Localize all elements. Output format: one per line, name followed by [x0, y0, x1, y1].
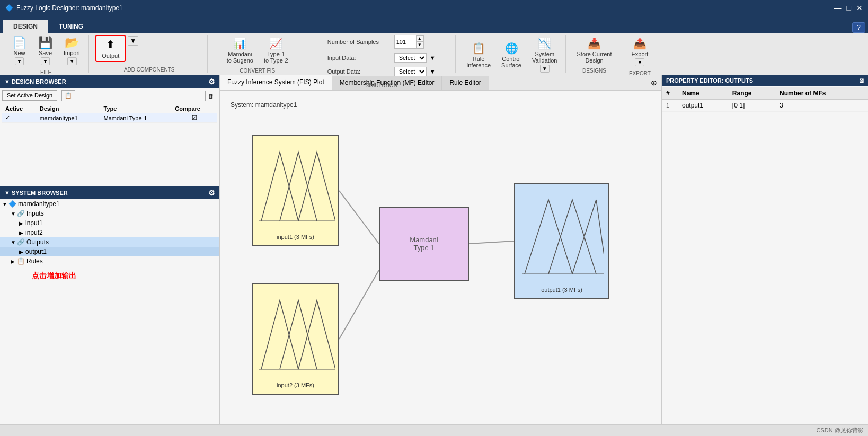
close-button[interactable]: ✕ — [856, 4, 863, 12]
type1-to-type2-button[interactable]: 📈 Type-1 to Type-2 — [260, 35, 293, 66]
tree-item-input2[interactable]: ▶ input2 — [0, 228, 219, 237]
rules-expand-arrow: ▶ — [11, 259, 17, 264]
system-name: System: mamdanitype1 — [231, 101, 651, 109]
titlebar-title: 🔷 Fuzzy Logic Designer: mamdanitype1 — [5, 4, 123, 12]
output-data-select[interactable]: Select — [394, 67, 427, 76]
prop-row-name: output1 — [678, 100, 728, 112]
new-dropdown[interactable]: ▼ — [15, 57, 24, 65]
maximize-button[interactable]: □ — [847, 4, 851, 12]
prop-row-mfs: 3 — [775, 100, 868, 112]
save-dropdown[interactable]: ▼ — [41, 57, 50, 65]
row-compare[interactable]: ☑ — [172, 113, 217, 123]
analysis-buttons: 📋 Rule Inference 🌐 Control Surface 📉 Sys… — [462, 35, 561, 75]
designs-label: DESIGNS — [582, 66, 606, 74]
tree-item-mamdanitype1[interactable]: ▼ 🔷 mamdanitype1 — [0, 199, 219, 209]
save-button[interactable]: 💾 Save ▼ — [33, 35, 57, 67]
col-type: Type — [101, 104, 172, 113]
export-icon: 📤 — [633, 37, 646, 50]
system-icon: 🔷 — [8, 200, 16, 208]
control-surface-button[interactable]: 🌐 Control Surface — [497, 40, 526, 70]
tab-bar: DESIGN TUNING ? — [0, 16, 868, 33]
outputs-icon: 🔗 — [17, 238, 25, 246]
new-button[interactable]: 📄 New ▼ — [7, 35, 31, 67]
inputs-icon: 🔗 — [17, 210, 25, 217]
outputs-expand-arrow: ▼ — [11, 239, 17, 245]
annotation-text: 点击增加输出 — [32, 271, 76, 280]
num-samples-input[interactable] — [395, 38, 416, 46]
rule-inference-button[interactable]: 📋 Rule Inference — [462, 40, 495, 70]
svg-line-2 — [469, 241, 514, 244]
fis-input1-box[interactable]: input1 (3 MFs) — [252, 135, 339, 246]
control-surface-icon: 🌐 — [505, 42, 518, 55]
export-dropdown[interactable]: ▼ — [635, 58, 644, 66]
mamdani-to-sugeno-button[interactable]: 📊 Mamdani to Sugeno — [223, 35, 258, 66]
import-dropdown[interactable]: ▼ — [67, 57, 77, 65]
output-button[interactable]: ⬆ Output — [95, 35, 126, 62]
svg-line-1 — [339, 270, 379, 339]
output-data-row: Output Data: Select ▼ — [327, 67, 436, 76]
num-samples-down[interactable]: ▼ — [416, 42, 423, 48]
fis-canvas: System: mamdanitype1 — [220, 91, 661, 424]
statusbar-credit: CSDN @见你背影 — [817, 426, 864, 434]
convert-fis-group: 📊 Mamdani to Sugeno 📈 Type-1 to Type-2 C… — [210, 35, 305, 73]
tree-label-rules: Rules — [26, 257, 43, 265]
designs-group: 📥 Store Current Design DESIGNS — [568, 35, 621, 73]
set-active-design-button[interactable]: Set Active Design — [2, 90, 57, 101]
tree-item-inputs[interactable]: ▼ 🔗 Inputs — [0, 209, 219, 218]
app-icon: 🔷 — [5, 4, 13, 12]
tree-item-output1[interactable]: ▶ output1 — [0, 247, 219, 256]
tree-label-outputs: Outputs — [26, 238, 49, 246]
tree-label-inputs: Inputs — [26, 210, 44, 217]
minimize-button[interactable]: — — [834, 4, 842, 12]
toolbar: 📄 New ▼ 💾 Save ▼ 📂 Import ▼ FILE ⬆ Out — [0, 33, 868, 75]
system-browser-title: ▼ SYSTEM BROWSER — [4, 190, 68, 196]
tab-close-button[interactable]: ⊕ — [646, 76, 661, 89]
tree-item-rules[interactable]: ▶ 📋 Rules — [0, 256, 219, 266]
inputs-expand-arrow: ▼ — [11, 211, 17, 217]
table-row[interactable]: ✓ mamdanitype1 Mamdani Type-1 ☑ — [2, 113, 217, 123]
export-group: 📤 Export ▼ EXPORT — [623, 35, 657, 73]
store-current-design-button[interactable]: 📥 Store Current Design — [572, 35, 616, 66]
mamdani-to-sugeno-icon: 📊 — [233, 37, 246, 50]
property-editor-header: PROPERTY EDITOR: OUTPUTS ⊠ — [662, 75, 868, 86]
system-browser-settings-icon[interactable]: ⚙ — [208, 189, 215, 197]
prop-col-name: Name — [678, 87, 728, 100]
center-panel: Fuzzy Inference System (FIS) Plot Member… — [220, 75, 661, 424]
input-data-dropdown[interactable]: ▼ — [430, 55, 436, 61]
copy-design-button[interactable]: 📋 — [61, 90, 75, 101]
rules-icon: 📋 — [17, 257, 25, 265]
output-data-dropdown[interactable]: ▼ — [430, 68, 436, 75]
new-icon: 📄 — [12, 37, 26, 49]
system-validation-dropdown[interactable]: ▼ — [540, 65, 550, 73]
import-button[interactable]: 📂 Import ▼ — [59, 35, 84, 67]
input-data-select[interactable]: Select — [394, 53, 427, 63]
design-browser-settings-icon[interactable]: ⚙ — [208, 77, 215, 86]
fis-output-box[interactable]: output1 (3 MFs) — [514, 183, 609, 299]
system-validation-button[interactable]: 📉 System Validation ▼ — [528, 35, 562, 75]
input2-expand-arrow: ▶ — [19, 230, 25, 236]
export-button[interactable]: 📤 Export ▼ — [627, 35, 653, 68]
tab-rule-editor[interactable]: Rule Editor — [442, 76, 489, 90]
prop-col-num: # — [662, 87, 678, 100]
type1-to-type2-icon: 📈 — [269, 37, 282, 50]
tree-item-outputs[interactable]: ▼ 🔗 Outputs — [0, 237, 219, 247]
num-samples-up[interactable]: ▲ — [416, 35, 423, 42]
row-type: Mamdani Type-1 — [101, 113, 172, 123]
tab-design[interactable]: DESIGN — [3, 20, 48, 33]
tab-tuning[interactable]: TUNING — [48, 20, 94, 33]
prop-row[interactable]: 1 output1 [0 1] 3 — [662, 100, 868, 112]
help-button[interactable]: ? — [852, 22, 865, 33]
col-compare: Compare — [172, 104, 217, 113]
property-editor-settings-icon[interactable]: ⊠ — [859, 77, 864, 84]
fis-center-box[interactable]: Mamdani Type 1 — [379, 207, 469, 281]
add-dropdown[interactable]: ▼ — [128, 36, 138, 46]
store-design-icon: 📥 — [588, 37, 601, 50]
input1-label: input1 (3 MFs) — [277, 234, 314, 240]
delete-design-button[interactable]: 🗑 — [205, 91, 217, 101]
tree-item-input1[interactable]: ▶ input1 — [0, 218, 219, 228]
prop-col-range: Range — [728, 87, 775, 100]
content-tab-strip: Fuzzy Inference System (FIS) Plot Member… — [220, 75, 661, 91]
tab-fis-plot[interactable]: Fuzzy Inference System (FIS) Plot — [220, 75, 332, 90]
fis-input2-box[interactable]: input2 (3 MFs) — [252, 283, 339, 395]
file-group-label: FILE — [40, 67, 51, 75]
